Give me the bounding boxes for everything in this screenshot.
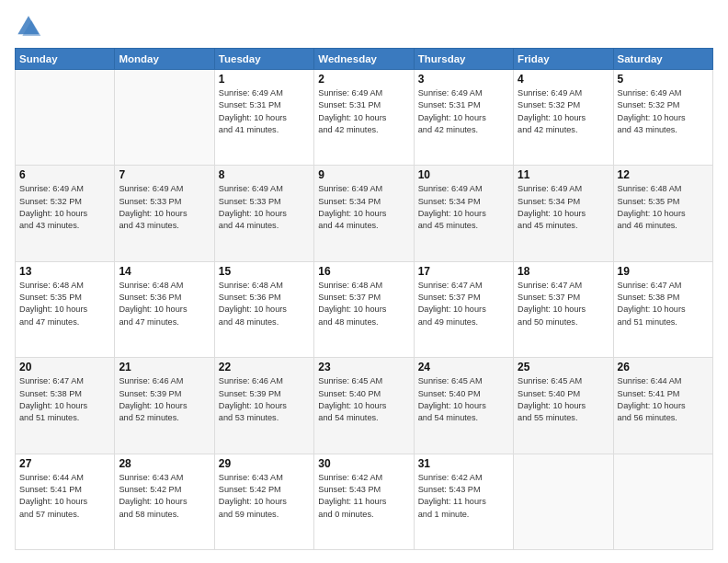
calendar-cell [16,70,115,166]
day-number: 7 [119,168,210,181]
col-header-thursday: Thursday [414,49,513,70]
day-info: Sunrise: 6:48 AM Sunset: 5:36 PM Dayligh… [219,280,310,328]
day-number: 8 [219,168,310,181]
calendar-cell: 10Sunrise: 6:49 AM Sunset: 5:34 PM Dayli… [414,166,513,261]
day-info: Sunrise: 6:48 AM Sunset: 5:35 PM Dayligh… [19,280,110,328]
day-info: Sunrise: 6:42 AM Sunset: 5:43 PM Dayligh… [418,472,509,521]
day-number: 29 [219,457,310,470]
day-info: Sunrise: 6:44 AM Sunset: 5:41 PM Dayligh… [618,375,709,424]
calendar-cell: 9Sunrise: 6:49 AM Sunset: 5:34 PM Daylig… [314,166,414,261]
day-number: 21 [119,361,210,373]
day-number: 2 [318,73,409,86]
day-number: 9 [318,168,409,181]
day-number: 5 [618,73,709,86]
calendar-cell: 20Sunrise: 6:47 AM Sunset: 5:38 PM Dayli… [16,358,115,454]
day-number: 31 [418,457,509,470]
day-info: Sunrise: 6:49 AM Sunset: 5:31 PM Dayligh… [418,87,509,136]
day-number: 19 [618,265,709,278]
calendar-cell: 30Sunrise: 6:42 AM Sunset: 5:43 PM Dayli… [314,454,414,549]
calendar-week-row: 13Sunrise: 6:48 AM Sunset: 5:35 PM Dayli… [16,261,713,357]
calendar-cell: 24Sunrise: 6:45 AM Sunset: 5:40 PM Dayli… [414,358,513,454]
day-number: 23 [318,361,409,373]
calendar-cell: 16Sunrise: 6:48 AM Sunset: 5:37 PM Dayli… [314,261,414,357]
calendar-cell: 5Sunrise: 6:49 AM Sunset: 5:32 PM Daylig… [613,70,712,166]
day-number: 22 [219,361,310,373]
calendar-table: SundayMondayTuesdayWednesdayThursdayFrid… [15,48,713,550]
day-number: 24 [418,361,509,373]
day-info: Sunrise: 6:49 AM Sunset: 5:32 PM Dayligh… [19,183,110,232]
calendar-cell [115,70,214,166]
calendar-week-row: 1Sunrise: 6:49 AM Sunset: 5:31 PM Daylig… [16,70,713,166]
calendar-cell: 2Sunrise: 6:49 AM Sunset: 5:31 PM Daylig… [314,70,414,166]
calendar-cell: 23Sunrise: 6:45 AM Sunset: 5:40 PM Dayli… [314,358,414,454]
calendar-cell: 13Sunrise: 6:48 AM Sunset: 5:35 PM Dayli… [16,261,115,357]
calendar-cell: 12Sunrise: 6:48 AM Sunset: 5:35 PM Dayli… [613,166,712,261]
calendar-week-row: 6Sunrise: 6:49 AM Sunset: 5:32 PM Daylig… [16,166,713,261]
day-number: 27 [19,457,110,470]
day-info: Sunrise: 6:49 AM Sunset: 5:33 PM Dayligh… [119,183,210,232]
day-info: Sunrise: 6:49 AM Sunset: 5:33 PM Dayligh… [219,183,310,232]
header [15,13,713,40]
calendar-header-row: SundayMondayTuesdayWednesdayThursdayFrid… [16,49,713,70]
col-header-wednesday: Wednesday [314,49,414,70]
day-info: Sunrise: 6:45 AM Sunset: 5:40 PM Dayligh… [418,375,509,424]
day-info: Sunrise: 6:47 AM Sunset: 5:38 PM Dayligh… [19,375,110,424]
day-number: 20 [19,361,110,373]
day-number: 13 [19,265,110,278]
calendar-cell: 27Sunrise: 6:44 AM Sunset: 5:41 PM Dayli… [16,454,115,549]
calendar-week-row: 20Sunrise: 6:47 AM Sunset: 5:38 PM Dayli… [16,358,713,454]
day-info: Sunrise: 6:49 AM Sunset: 5:32 PM Dayligh… [518,87,609,136]
day-info: Sunrise: 6:47 AM Sunset: 5:37 PM Dayligh… [518,280,609,328]
day-info: Sunrise: 6:46 AM Sunset: 5:39 PM Dayligh… [119,375,210,424]
day-number: 11 [518,168,609,181]
day-info: Sunrise: 6:43 AM Sunset: 5:42 PM Dayligh… [119,472,210,521]
logo [15,13,46,40]
day-number: 3 [418,73,509,86]
logo-icon [15,13,42,40]
calendar-cell: 21Sunrise: 6:46 AM Sunset: 5:39 PM Dayli… [115,358,214,454]
day-info: Sunrise: 6:45 AM Sunset: 5:40 PM Dayligh… [318,375,409,424]
calendar-week-row: 27Sunrise: 6:44 AM Sunset: 5:41 PM Dayli… [16,454,713,549]
day-info: Sunrise: 6:44 AM Sunset: 5:41 PM Dayligh… [19,472,110,521]
day-info: Sunrise: 6:49 AM Sunset: 5:34 PM Dayligh… [318,183,409,232]
calendar-cell: 11Sunrise: 6:49 AM Sunset: 5:34 PM Dayli… [514,166,613,261]
day-info: Sunrise: 6:47 AM Sunset: 5:38 PM Dayligh… [618,280,709,328]
col-header-tuesday: Tuesday [214,49,313,70]
day-number: 25 [518,361,609,373]
calendar-cell [613,454,712,549]
calendar-cell [514,454,613,549]
calendar-cell: 14Sunrise: 6:48 AM Sunset: 5:36 PM Dayli… [115,261,214,357]
calendar-cell: 18Sunrise: 6:47 AM Sunset: 5:37 PM Dayli… [514,261,613,357]
calendar-cell: 22Sunrise: 6:46 AM Sunset: 5:39 PM Dayli… [214,358,313,454]
col-header-sunday: Sunday [16,49,115,70]
day-info: Sunrise: 6:49 AM Sunset: 5:32 PM Dayligh… [618,87,709,136]
day-info: Sunrise: 6:45 AM Sunset: 5:40 PM Dayligh… [518,375,609,424]
calendar-cell: 25Sunrise: 6:45 AM Sunset: 5:40 PM Dayli… [514,358,613,454]
day-number: 10 [418,168,509,181]
day-number: 17 [418,265,509,278]
day-info: Sunrise: 6:46 AM Sunset: 5:39 PM Dayligh… [219,375,310,424]
calendar-cell: 1Sunrise: 6:49 AM Sunset: 5:31 PM Daylig… [214,70,313,166]
day-info: Sunrise: 6:49 AM Sunset: 5:31 PM Dayligh… [219,87,310,136]
calendar-cell: 15Sunrise: 6:48 AM Sunset: 5:36 PM Dayli… [214,261,313,357]
calendar-cell: 31Sunrise: 6:42 AM Sunset: 5:43 PM Dayli… [414,454,513,549]
day-info: Sunrise: 6:49 AM Sunset: 5:31 PM Dayligh… [318,87,409,136]
day-info: Sunrise: 6:48 AM Sunset: 5:35 PM Dayligh… [618,183,709,232]
day-number: 12 [618,168,709,181]
calendar-cell: 17Sunrise: 6:47 AM Sunset: 5:37 PM Dayli… [414,261,513,357]
col-header-saturday: Saturday [613,49,712,70]
page: SundayMondayTuesdayWednesdayThursdayFrid… [0,0,728,563]
day-number: 6 [19,168,110,181]
calendar-cell: 28Sunrise: 6:43 AM Sunset: 5:42 PM Dayli… [115,454,214,549]
calendar-cell: 19Sunrise: 6:47 AM Sunset: 5:38 PM Dayli… [613,261,712,357]
day-info: Sunrise: 6:47 AM Sunset: 5:37 PM Dayligh… [418,280,509,328]
day-number: 18 [518,265,609,278]
day-info: Sunrise: 6:49 AM Sunset: 5:34 PM Dayligh… [518,183,609,232]
day-info: Sunrise: 6:42 AM Sunset: 5:43 PM Dayligh… [318,472,409,521]
day-number: 1 [219,73,310,86]
calendar-cell: 4Sunrise: 6:49 AM Sunset: 5:32 PM Daylig… [514,70,613,166]
day-number: 30 [318,457,409,470]
day-number: 4 [518,73,609,86]
day-info: Sunrise: 6:49 AM Sunset: 5:34 PM Dayligh… [418,183,509,232]
calendar-cell: 7Sunrise: 6:49 AM Sunset: 5:33 PM Daylig… [115,166,214,261]
